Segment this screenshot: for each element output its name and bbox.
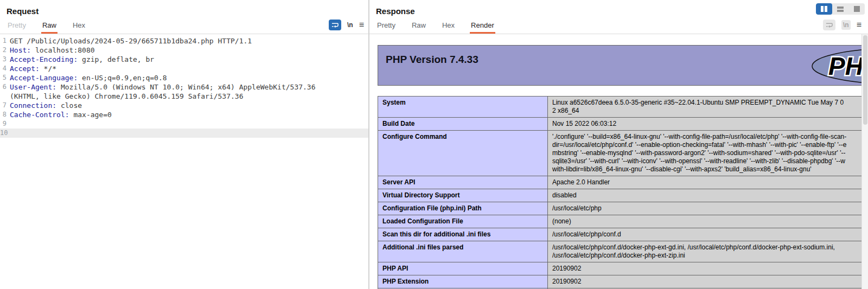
tab-response-hex[interactable]: Hex — [441, 21, 456, 34]
line-number: 2 — [0, 46, 10, 55]
scrollbar-thumb[interactable] — [863, 35, 867, 125]
single-pane-icon — [854, 6, 860, 12]
request-line-wrap: (KHTML, like Gecko) Chrome/119.0.6045.15… — [0, 92, 368, 101]
editor-menu-icon[interactable]: ≡ — [857, 21, 861, 29]
line-number: 7 — [0, 101, 10, 110]
phpinfo-value: Apache 2.0 Handler — [548, 176, 868, 189]
phpinfo-row: Additional .ini files parsed/usr/local/e… — [378, 241, 868, 262]
phpinfo-row: Configure Command'./configure' '--build=… — [378, 131, 868, 176]
header-value: close — [56, 101, 82, 110]
phpinfo-row: Virtual Directory Supportdisabled — [378, 189, 868, 202]
header-value: localhost:8080 — [31, 46, 94, 55]
phpinfo-value: (none) — [548, 215, 868, 228]
phpinfo-label: Build Date — [378, 118, 548, 131]
php-logo: PHP — [807, 47, 868, 85]
request-line: 6User-Agent: Mozilla/5.0 (Windows NT 10.… — [0, 82, 368, 92]
request-editor[interactable]: 1GET /Public/Uploads/2024-05-29/665711b1… — [0, 34, 368, 289]
phpinfo-label: Scan this dir for additional .ini files — [378, 228, 548, 241]
phpinfo-header-box: PHP Version 7.4.33 PHP — [378, 45, 868, 86]
header-value: max-age=0 — [69, 110, 112, 119]
phpinfo-row: Configuration File (php.ini) Path/usr/lo… — [378, 202, 868, 215]
request-line: 5Accept-Language: en-US;q=0.9,en;q=0.8 — [0, 73, 368, 82]
phpinfo-label: Configure Command — [378, 131, 548, 176]
phpinfo-row: Scan this dir for additional .ini files/… — [378, 228, 868, 241]
tab-response-render[interactable]: Render — [470, 21, 495, 34]
phpinfo-row: Loaded Configuration File(none) — [378, 215, 868, 228]
phpinfo-row: SystemLinux a6526c67deea 6.5.0-35-generi… — [378, 97, 868, 118]
response-title: Response — [376, 7, 415, 16]
phpinfo-value: 20190902 — [548, 275, 868, 288]
request-panel: Request Pretty Raw Hex \n ≡ — [0, 0, 368, 289]
tab-response-raw[interactable]: Raw — [411, 21, 427, 34]
line-number: 4 — [0, 64, 10, 73]
line-number: 10 — [0, 129, 10, 138]
request-tabs: Pretty Raw Hex — [7, 21, 86, 34]
request-line-current: 10 — [0, 129, 368, 138]
request-line-text: GET /Public/Uploads/2024-05-29/665711b1d… — [10, 36, 252, 46]
phpinfo-row: PHP API20190902 — [378, 262, 868, 275]
layout-rows-button[interactable] — [832, 3, 848, 15]
header-name: Host: — [10, 46, 31, 55]
line-number: 6 — [0, 82, 10, 92]
soft-wrap-glyph — [825, 22, 833, 29]
phpinfo-value: disabled — [548, 189, 868, 202]
header-value: */* — [40, 64, 56, 73]
layout-columns-button[interactable] — [816, 3, 832, 15]
layout-switch — [816, 3, 865, 15]
phpinfo-label: System — [378, 97, 548, 118]
editor-menu-icon[interactable]: ≡ — [359, 21, 364, 29]
rows-icon — [837, 7, 844, 12]
phpinfo-label: Virtual Directory Support — [378, 189, 548, 202]
header-name: Connection: — [10, 101, 56, 110]
header-value: gzip, deflate, br — [78, 55, 154, 64]
response-header: Response — [369, 0, 868, 17]
phpinfo-row: Build DateNov 15 2022 06:03:12 — [378, 118, 868, 131]
phpinfo-value: 20190902 — [548, 262, 868, 275]
response-scrollbar[interactable] — [861, 34, 868, 289]
message-viewer: Request Pretty Raw Hex \n ≡ — [0, 0, 868, 289]
request-line: 3Accept-Encoding: gzip, deflate, br — [0, 55, 368, 64]
line-number — [0, 92, 10, 101]
phpinfo-label: Configuration File (php.ini) Path — [378, 202, 548, 215]
soft-wrap-icon[interactable] — [329, 20, 341, 30]
header-name: User-Agent: — [10, 82, 56, 92]
request-line: 2Host: localhost:8080 — [0, 46, 368, 55]
phpinfo-row: Server APIApache 2.0 Handler — [378, 176, 868, 189]
response-panel: Response Pretty Raw Hex Render \n — [369, 0, 868, 289]
line-number: 3 — [0, 55, 10, 64]
header-name: Accept: — [10, 64, 40, 73]
line-number: 1 — [0, 36, 10, 46]
line-number: 5 — [0, 73, 10, 82]
columns-icon — [821, 6, 824, 12]
request-line: 1GET /Public/Uploads/2024-05-29/665711b1… — [0, 36, 368, 46]
request-line: 9 — [0, 119, 368, 129]
phpinfo-page: PHP Version 7.4.33 PHP SystemLinux a6526… — [378, 45, 868, 289]
request-tabbar: Pretty Raw Hex \n ≡ — [0, 17, 368, 34]
header-name: Accept-Encoding: — [10, 55, 78, 64]
newline-markers-icon[interactable]: \n — [347, 21, 353, 29]
phpinfo-table: SystemLinux a6526c67deea 6.5.0-35-generi… — [378, 96, 868, 289]
request-editor-tools: \n ≡ — [329, 20, 364, 34]
layout-single-button[interactable] — [848, 3, 865, 15]
phpinfo-title: PHP Version 7.4.33 — [378, 46, 868, 66]
phpinfo-row: PHP Extension20190902 — [378, 275, 868, 288]
tab-request-raw[interactable]: Raw — [41, 21, 58, 34]
line-number: 9 — [0, 119, 10, 129]
response-render-view: PHP Version 7.4.33 PHP SystemLinux a6526… — [369, 34, 868, 289]
soft-wrap-icon[interactable] — [823, 20, 835, 30]
header-value: (KHTML, like Gecko) Chrome/119.0.6045.15… — [10, 92, 243, 101]
phpinfo-label: Loaded Configuration File — [378, 215, 548, 228]
request-header: Request — [0, 0, 368, 17]
header-name: Cache-Control: — [10, 110, 69, 119]
request-line: 7Connection: close — [0, 101, 368, 110]
soft-wrap-glyph — [331, 22, 339, 29]
tab-request-hex[interactable]: Hex — [72, 21, 86, 34]
header-value: en-US;q=0.9,en;q=0.8 — [78, 73, 167, 82]
tab-request-pretty[interactable]: Pretty — [7, 21, 27, 34]
header-name: Accept-Language: — [10, 73, 78, 82]
header-value: Mozilla/5.0 (Windows NT 10.0; Win64; x64… — [56, 82, 315, 92]
tab-response-pretty[interactable]: Pretty — [376, 21, 397, 34]
phpinfo-label: Additional .ini files parsed — [378, 241, 548, 262]
phpinfo-label: Server API — [378, 176, 548, 189]
newline-markers-icon[interactable]: \n — [841, 20, 851, 30]
